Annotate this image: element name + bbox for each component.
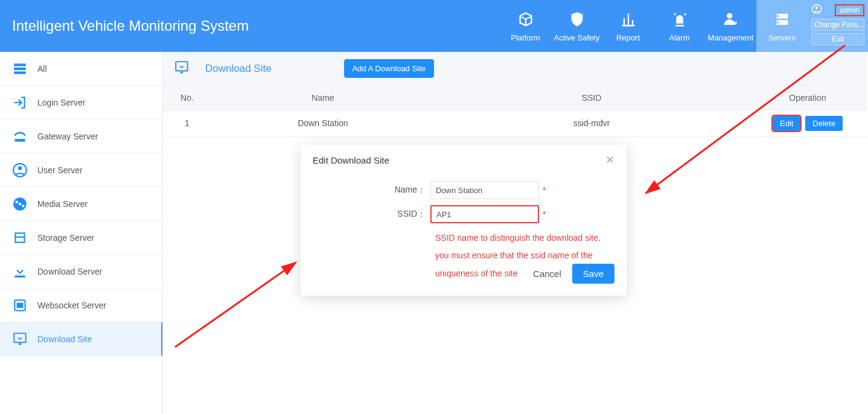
page-title: Download Site — [205, 63, 272, 75]
nav-management[interactable]: Management — [705, 0, 756, 52]
nav-label: Management — [708, 33, 754, 42]
sidebar-item-label: User Server — [37, 165, 83, 175]
name-input[interactable] — [430, 181, 539, 199]
download-site-table: No. Name SSID Operation 1 Down Station s… — [163, 86, 867, 137]
sidebar-item-label: Websocket Server — [37, 301, 106, 310]
page-header: Download Site Add A Download Site — [163, 52, 867, 86]
cancel-button[interactable]: Cancel — [533, 269, 561, 279]
save-button[interactable]: Save — [572, 264, 614, 284]
login-icon — [12, 95, 28, 110]
page-icon — [174, 60, 190, 77]
sidebar-item-gateway-server[interactable]: Gateway Server — [0, 119, 162, 153]
cell-no: 1 — [163, 110, 211, 136]
app-title: Intelligent Vehicle Monitoring System — [12, 18, 249, 34]
nav-alarm[interactable]: Alarm — [654, 0, 705, 52]
sidebar-item-label: All — [37, 64, 47, 74]
sidebar-item-user-server[interactable]: User Server — [0, 153, 162, 187]
bars-icon — [619, 10, 637, 28]
nav-active-safety[interactable]: Active Safety — [551, 0, 602, 52]
svg-point-6 — [18, 166, 22, 170]
required-mark: * — [543, 209, 546, 219]
required-mark: * — [543, 185, 546, 195]
cell-name: Down Station — [211, 110, 435, 136]
server-icon — [773, 10, 791, 28]
sidebar-item-label: Gateway Server — [37, 132, 98, 141]
nav-label: Report — [616, 33, 640, 42]
svg-point-8 — [19, 202, 21, 205]
th-op: Operation — [748, 86, 867, 110]
user-icon — [12, 162, 28, 178]
svg-rect-14 — [19, 343, 21, 345]
shield-icon — [568, 10, 586, 28]
svg-point-9 — [15, 200, 18, 203]
user-gear-icon — [722, 10, 740, 28]
sidebar-item-label: Download Server — [37, 267, 102, 276]
user-avatar-icon — [811, 4, 822, 16]
download-site-icon — [12, 331, 28, 347]
nav-label: Servers — [768, 33, 796, 42]
nav-report[interactable]: Report — [602, 0, 654, 52]
cell-ssid: ssid-mdvr — [435, 110, 748, 136]
sidebar-item-media-server[interactable]: Media Server — [0, 187, 162, 221]
delete-button[interactable]: Delete — [805, 116, 843, 131]
close-icon[interactable]: ✕ — [605, 153, 614, 167]
nav-label: Alarm — [669, 33, 690, 42]
media-icon — [12, 196, 28, 212]
sidebar-item-label: Storage Server — [37, 233, 94, 243]
svg-rect-13 — [14, 333, 26, 342]
svg-rect-2 — [14, 63, 26, 66]
dialog-title: Edit Download Site — [313, 155, 389, 165]
siren-icon — [671, 10, 689, 28]
sidebar-item-label: Login Server — [37, 98, 85, 107]
ssid-input[interactable] — [430, 205, 539, 223]
th-no: No. — [163, 86, 211, 110]
sidebar-item-label: Download Site — [37, 334, 92, 344]
th-ssid: SSID — [435, 86, 748, 110]
change-password-button[interactable]: Change Pass... — [811, 19, 864, 31]
cube-icon — [517, 10, 535, 28]
ssid-label: SSID： — [301, 209, 430, 220]
add-download-site-button[interactable]: Add A Download Site — [344, 59, 434, 78]
sidebar-item-storage-server[interactable]: Storage Server — [0, 221, 162, 255]
svg-rect-3 — [14, 67, 26, 69]
edit-button[interactable]: Edit — [773, 116, 800, 131]
exit-button[interactable]: Exit — [811, 33, 864, 45]
th-name: Name — [211, 86, 435, 110]
name-label: Name： — [301, 185, 430, 196]
nav-label: Platform — [511, 33, 540, 42]
gateway-icon — [12, 129, 28, 144]
user-panel: admin Change Pass... Exit — [808, 0, 868, 52]
sidebar-item-download-server[interactable]: Download Server — [0, 255, 162, 288]
download-icon — [12, 264, 28, 279]
sidebar-item-login-server[interactable]: Login Server — [0, 86, 162, 119]
svg-rect-16 — [180, 72, 183, 74]
user-name[interactable]: admin — [835, 4, 864, 16]
websocket-icon — [12, 298, 28, 313]
sidebar-item-download-site[interactable]: Download Site — [0, 322, 162, 356]
svg-rect-4 — [14, 71, 26, 74]
nav-platform[interactable]: Platform — [500, 0, 551, 52]
svg-rect-15 — [176, 62, 188, 71]
nav-label: Active Safety — [554, 33, 600, 42]
table-row: 1 Down Station ssid-mdvr Edit Delete — [163, 110, 867, 136]
svg-point-1 — [815, 7, 819, 10]
svg-rect-12 — [17, 302, 24, 308]
sidebar-item-label: Media Server — [37, 199, 88, 209]
sidebar-item-websocket-server[interactable]: Websocket Server — [0, 288, 162, 322]
storage-icon — [12, 230, 28, 246]
sidebar: All Login Server Gateway Server User Ser… — [0, 52, 163, 414]
cell-operation: Edit Delete — [748, 110, 867, 136]
svg-point-10 — [22, 205, 24, 207]
nav-servers[interactable]: Servers — [756, 0, 808, 52]
all-icon — [12, 61, 28, 77]
top-nav: Platform Active Safety Report Alarm Mana… — [500, 0, 868, 52]
app-header: Intelligent Vehicle Monitoring System Pl… — [0, 0, 868, 52]
sidebar-item-all[interactable]: All — [0, 52, 162, 86]
edit-download-site-dialog: Edit Download Site ✕ Name： * SSID： * SSI… — [301, 145, 627, 296]
